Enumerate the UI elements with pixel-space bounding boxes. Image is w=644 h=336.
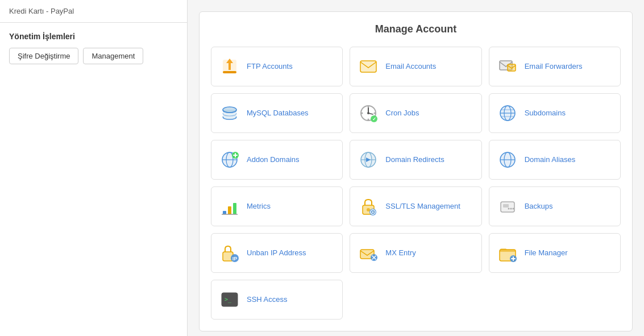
icon-subdomains bbox=[496, 102, 519, 125]
grid-item-ftp[interactable]: FTP Accounts bbox=[211, 47, 343, 86]
management-title: Yönetim İşlemleri bbox=[9, 32, 178, 41]
svg-point-47 bbox=[367, 208, 370, 211]
icon-addon bbox=[218, 148, 241, 171]
grid-item-ssh[interactable]: >_ SSH Access bbox=[211, 280, 343, 320]
grid-item-redirect[interactable]: Domain Redirects bbox=[350, 140, 481, 180]
grid-item-label-ssl: SSL/TLS Management bbox=[385, 202, 460, 211]
grid-item-unban[interactable]: IP Unban IP Address bbox=[211, 233, 343, 273]
management-buttons: Şifre Değiştirme Management bbox=[9, 48, 178, 64]
grid-item-addon[interactable]: Addon Domains bbox=[211, 140, 343, 180]
grid-item-aliases[interactable]: Domain Aliases bbox=[489, 140, 621, 180]
grid-item-label-addon: Addon Domains bbox=[247, 155, 300, 165]
icon-metrics bbox=[218, 195, 241, 218]
grid-item-label-redirect: Domain Redirects bbox=[385, 155, 444, 165]
sidebar-credit: Kredi Kartı - PayPal bbox=[0, 0, 187, 23]
icon-unban: IP bbox=[218, 242, 241, 264]
grid-item-label-subdomains: Subdomains bbox=[525, 109, 566, 118]
grid-item-mx[interactable]: MX Entry bbox=[350, 233, 481, 273]
svg-line-13 bbox=[368, 113, 373, 114]
icon-mx bbox=[357, 242, 380, 264]
icon-filemanager bbox=[496, 242, 519, 264]
grid-item-label-aliases: Domain Aliases bbox=[525, 155, 576, 165]
grid-item-cron[interactable]: ✓ Cron Jobs bbox=[350, 93, 481, 133]
svg-point-50 bbox=[372, 211, 374, 213]
svg-rect-6 bbox=[508, 64, 516, 71]
svg-point-55 bbox=[512, 208, 514, 210]
svg-rect-42 bbox=[228, 206, 231, 214]
grid-item-backups[interactable]: Backups bbox=[489, 186, 621, 226]
icon-mysql bbox=[218, 102, 241, 125]
password-change-button[interactable]: Şifre Değiştirme bbox=[9, 48, 78, 64]
svg-rect-43 bbox=[233, 203, 236, 214]
grid-item-label-unban: Unban IP Address bbox=[247, 248, 306, 258]
main-content: Manage Account FTP Accounts Email Accoun… bbox=[188, 0, 644, 336]
grid-item-label-ssh: SSH Access bbox=[247, 295, 288, 305]
grid-item-label-backups: Backups bbox=[525, 202, 553, 211]
grid-item-label-metrics: Metrics bbox=[247, 202, 271, 211]
svg-text:IP: IP bbox=[232, 256, 238, 262]
grid-item-subdomains[interactable]: Subdomains bbox=[489, 93, 621, 133]
icon-redirect bbox=[357, 148, 380, 171]
grid-item-label-email: Email Accounts bbox=[385, 62, 436, 72]
svg-text:✓: ✓ bbox=[372, 117, 376, 122]
grid-item-label-cron: Cron Jobs bbox=[385, 109, 419, 118]
feature-grid: FTP Accounts Email Accounts Email Forwar… bbox=[211, 47, 621, 320]
svg-point-14 bbox=[368, 106, 369, 108]
manage-account-box: Manage Account FTP Accounts Email Accoun… bbox=[199, 11, 633, 331]
sidebar: Kredi Kartı - PayPal Yönetim İşlemleri Ş… bbox=[0, 0, 188, 336]
icon-ssh: >_ bbox=[218, 288, 241, 311]
grid-item-label-mx: MX Entry bbox=[385, 248, 416, 258]
grid-item-label-ftp: FTP Accounts bbox=[247, 62, 293, 72]
svg-rect-2 bbox=[360, 61, 376, 72]
icon-cron: ✓ bbox=[357, 102, 380, 125]
icon-email-fwd bbox=[496, 55, 519, 78]
grid-item-email[interactable]: Email Accounts bbox=[350, 47, 481, 86]
svg-rect-41 bbox=[223, 211, 226, 214]
svg-point-53 bbox=[508, 208, 509, 210]
svg-point-17 bbox=[374, 113, 376, 114]
svg-point-54 bbox=[510, 208, 512, 210]
grid-item-label-mysql: MySQL Databases bbox=[247, 109, 309, 118]
icon-ftp bbox=[218, 55, 241, 78]
svg-rect-1 bbox=[223, 71, 236, 73]
grid-item-metrics[interactable]: Metrics bbox=[211, 186, 343, 226]
manage-account-title: Manage Account bbox=[211, 23, 621, 35]
sidebar-management-section: Yönetim İşlemleri Şifre Değiştirme Manag… bbox=[0, 23, 187, 73]
grid-item-mysql[interactable]: MySQL Databases bbox=[211, 93, 343, 133]
grid-item-filemanager[interactable]: File Manager bbox=[489, 233, 621, 273]
icon-backups bbox=[496, 195, 519, 218]
grid-item-ssl[interactable]: SSL/TLS Management bbox=[350, 186, 481, 226]
grid-item-email-fwd[interactable]: Email Forwarders bbox=[489, 47, 621, 86]
svg-point-15 bbox=[368, 119, 369, 121]
icon-aliases bbox=[496, 148, 519, 171]
svg-text:>_: >_ bbox=[225, 296, 232, 303]
grid-item-label-filemanager: File Manager bbox=[525, 248, 568, 258]
icon-ssl bbox=[357, 195, 380, 218]
icon-email bbox=[357, 55, 380, 78]
svg-point-16 bbox=[362, 113, 363, 114]
grid-item-label-email-fwd: Email Forwarders bbox=[525, 62, 583, 72]
management-button[interactable]: Management bbox=[83, 48, 143, 64]
svg-rect-56 bbox=[503, 204, 509, 208]
